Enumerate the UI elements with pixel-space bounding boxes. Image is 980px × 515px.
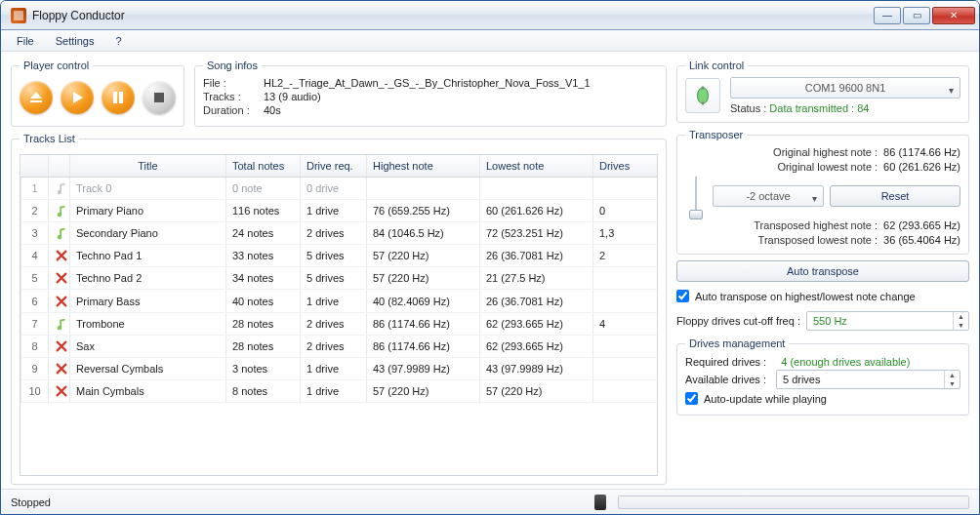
progress-handle[interactable] — [594, 495, 606, 510]
play-button[interactable] — [61, 81, 94, 114]
th-high[interactable]: Highest note — [367, 155, 480, 178]
auto-transpose-button[interactable]: Auto transpose — [676, 260, 969, 282]
note-disabled-icon — [55, 384, 68, 398]
auto-update-checkbox[interactable]: Auto-update while playing — [685, 390, 960, 407]
note-disabled-icon — [55, 295, 68, 308]
th-drives[interactable]: Drives — [593, 155, 658, 178]
transposer-group: Transposer Original highest note :86 (11… — [676, 129, 969, 255]
app-icon — [11, 8, 26, 23]
note-active-icon — [55, 317, 68, 331]
maximize-button[interactable]: ▭ — [903, 7, 930, 24]
titlebar: Floppy Conductor — ▭ ✕ — [1, 1, 979, 30]
note-active-icon — [55, 226, 68, 240]
drives-legend: Drives management — [685, 337, 789, 349]
cutoff-label: Floppy drives cut-off freq : — [676, 315, 800, 327]
table-row[interactable]: 1Track 00 note0 drive — [21, 178, 658, 200]
song-duration-label: Duration : — [203, 104, 264, 116]
drives-group: Drives management Required drives : 4 (e… — [676, 337, 969, 416]
note-active-icon — [55, 204, 68, 218]
reset-button[interactable]: Reset — [830, 185, 960, 207]
song-tracks-value: 13 (9 audio) — [264, 91, 658, 102]
table-row[interactable]: 4Techno Pad 133 notes5 drives57 (220 Hz)… — [21, 245, 658, 267]
song-file-value: HL2_-_Triage_At_Dawn_-_GS_-_By_Christoph… — [264, 77, 658, 89]
auto-transpose-checkbox[interactable]: Auto transpose on highest/lowest note ch… — [676, 288, 969, 304]
cutoff-spinner[interactable]: 550 Hz ▲▼ — [806, 311, 969, 331]
note-muted-icon — [55, 181, 68, 195]
pause-button[interactable] — [102, 81, 135, 114]
song-infos-group: Song infos File : HL2_-_Triage_At_Dawn_-… — [194, 59, 667, 127]
stop-button[interactable] — [143, 81, 176, 114]
th-low[interactable]: Lowest note — [480, 155, 593, 178]
menu-file[interactable]: File — [7, 30, 44, 51]
link-status: Status : Data transmitted : 84 — [730, 102, 960, 114]
octave-select[interactable]: -2 octave — [713, 185, 824, 207]
tracks-list-legend: Tracks List — [20, 133, 79, 144]
song-file-label: File : — [203, 77, 264, 89]
song-infos-legend: Song infos — [203, 59, 262, 71]
link-control-group: Link control COM1 9600 8N1 Status : Data… — [676, 59, 969, 123]
playback-status: Stopped — [11, 496, 51, 508]
table-row[interactable]: 8Sax28 notes2 drives86 (1174.66 Hz)62 (2… — [21, 335, 658, 357]
svg-point-6 — [698, 88, 709, 104]
com-port-select[interactable]: COM1 9600 8N1 — [730, 77, 960, 99]
song-duration-value: 40s — [264, 104, 658, 116]
svg-rect-4 — [119, 92, 123, 103]
link-connect-button[interactable] — [685, 78, 720, 113]
menu-settings[interactable]: Settings — [46, 30, 104, 51]
transpose-slider[interactable] — [685, 177, 707, 216]
song-tracks-label: Tracks : — [203, 91, 264, 102]
th-total[interactable]: Total notes — [226, 155, 301, 178]
svg-rect-3 — [113, 92, 117, 103]
svg-marker-2 — [73, 92, 83, 103]
eject-button[interactable] — [20, 81, 53, 114]
table-row[interactable]: 2Primary Piano116 notes1 drive76 (659.25… — [21, 200, 658, 222]
transposer-legend: Transposer — [685, 129, 747, 140]
menubar: File Settings ? — [1, 30, 979, 52]
th-req[interactable]: Drive req. — [301, 155, 367, 178]
tracks-table[interactable]: Title Total notes Drive req. Highest not… — [20, 155, 657, 403]
table-row[interactable]: 7Trombone28 notes2 drives86 (1174.66 Hz)… — [21, 312, 658, 335]
svg-rect-5 — [154, 93, 164, 102]
table-row[interactable]: 5Techno Pad 234 notes5 drives57 (220 Hz)… — [21, 267, 658, 290]
th-title[interactable]: Title — [70, 155, 226, 178]
table-row[interactable]: 10Main Cymbals8 notes1 drive57 (220 Hz)5… — [21, 379, 658, 402]
window-title: Floppy Conductor — [32, 9, 874, 22]
table-row[interactable]: 6Primary Bass40 notes1 drive40 (82.4069 … — [21, 290, 658, 312]
player-control-group: Player control — [11, 59, 184, 127]
progress-track[interactable] — [618, 495, 969, 509]
link-control-legend: Link control — [685, 59, 748, 71]
table-row[interactable]: 3Secondary Piano24 notes2 drives84 (1046… — [21, 222, 658, 245]
menu-help[interactable]: ? — [105, 30, 131, 51]
plug-icon — [692, 85, 714, 106]
statusbar: Stopped — [1, 489, 979, 514]
note-disabled-icon — [55, 271, 68, 285]
available-drives-spinner[interactable]: 5 drives ▲▼ — [776, 370, 960, 389]
player-control-legend: Player control — [20, 59, 93, 71]
svg-rect-1 — [30, 100, 42, 102]
note-disabled-icon — [55, 362, 68, 376]
table-row[interactable]: 9Reversal Cymbals3 notes1 drive43 (97.99… — [21, 357, 658, 379]
minimize-button[interactable]: — — [874, 7, 901, 24]
close-button[interactable]: ✕ — [932, 7, 975, 24]
svg-marker-0 — [30, 92, 42, 99]
note-disabled-icon — [55, 249, 68, 262]
tracks-list-group: Tracks List Title Total notes Drive req.… — [11, 133, 667, 485]
note-disabled-icon — [55, 339, 68, 353]
